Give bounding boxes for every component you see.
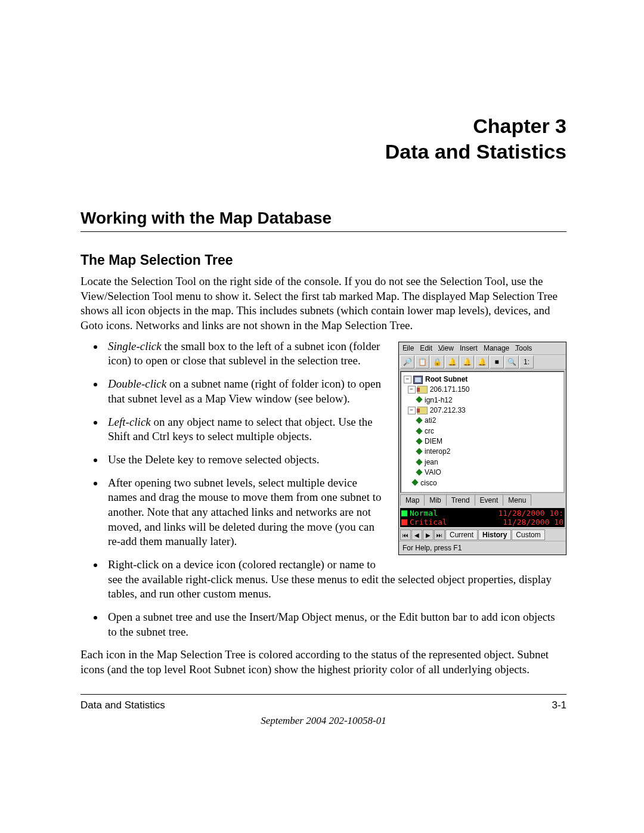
lock-icon[interactable]: 🔒 xyxy=(430,355,444,368)
tree-device[interactable]: cisco xyxy=(404,478,562,488)
list-item-lead: Double-click xyxy=(108,377,166,390)
device-icon xyxy=(416,448,422,455)
history-tab-history[interactable]: History xyxy=(478,529,511,540)
collapse-icon[interactable]: − xyxy=(408,407,416,414)
menu-manage[interactable]: Manage xyxy=(484,344,509,352)
chapter-number: Chapter 3 xyxy=(473,114,566,137)
tree-device[interactable]: ati2 xyxy=(404,416,562,426)
footer-rule xyxy=(80,694,566,695)
bell3-icon[interactable]: 🔔 xyxy=(475,355,489,368)
subsection-heading: The Map Selection Tree xyxy=(80,252,566,268)
history-nav-button[interactable]: ◀ xyxy=(411,529,422,540)
list-item-lead: Left-click xyxy=(108,416,151,428)
list-item: Right-click on a device icon (colored re… xyxy=(104,558,566,602)
tab-trend[interactable]: Trend xyxy=(446,494,475,506)
app-toolbar[interactable]: 🔎📋🔒🔔🔔🔔■🔍1: xyxy=(399,354,566,370)
device-icon xyxy=(416,417,422,423)
tab-menu[interactable]: Menu xyxy=(503,494,531,506)
list-item: Open a subnet tree and use the Insert/Ma… xyxy=(104,610,566,639)
subnet-folder-icon xyxy=(417,386,428,394)
history-nav-button[interactable]: ⏭ xyxy=(434,529,445,540)
device-icon xyxy=(412,479,419,486)
device-icon xyxy=(416,438,422,444)
status-label: Critical xyxy=(410,518,500,527)
selection-tabs[interactable]: MapMibTrendEventMenu xyxy=(400,494,565,506)
chapter-title: Chapter 3 Data and Statistics xyxy=(80,113,566,164)
magnifier-icon[interactable]: 🔍 xyxy=(504,355,519,368)
history-nav-button[interactable]: ⏮ xyxy=(400,529,411,540)
device-icon xyxy=(416,459,422,465)
history-tab-custom[interactable]: Custom xyxy=(512,529,544,540)
status-row-critical: Critical11/28/2000 10 xyxy=(400,518,565,527)
tree-device[interactable]: DIEM xyxy=(404,436,562,447)
intro-paragraph: Locate the Selection Tool on the right s… xyxy=(80,274,566,333)
tree-device[interactable]: ign1-h12 xyxy=(404,395,562,405)
closing-paragraph: Each icon in the Map Selection Tree is c… xyxy=(80,648,566,677)
binoculars-icon[interactable]: 🔎 xyxy=(400,355,414,368)
history-tab-current[interactable]: Current xyxy=(445,529,478,540)
collapse-icon[interactable]: − xyxy=(408,386,416,394)
history-nav[interactable]: ⏮◀▶⏭CurrentHistoryCustom xyxy=(399,528,566,541)
menu-tools[interactable]: Tools xyxy=(515,344,532,352)
one-icon[interactable]: 1: xyxy=(519,355,534,368)
tab-map[interactable]: Map xyxy=(400,494,425,506)
tree-device[interactable]: jean xyxy=(404,457,562,467)
bell-icon[interactable]: 🔔 xyxy=(445,355,459,368)
stop-icon[interactable]: ■ xyxy=(490,355,504,368)
menu-insert[interactable]: Insert xyxy=(460,344,478,352)
footer-right: 3-1 xyxy=(552,699,566,711)
root-subnet-icon xyxy=(413,376,423,384)
selection-tool-screenshot: FileEditViewInsertManageTools 🔎📋🔒🔔🔔🔔■🔍1:… xyxy=(398,342,566,555)
history-nav-button[interactable]: ▶ xyxy=(423,529,434,540)
tree-root[interactable]: −Root Subnet xyxy=(404,374,562,385)
menu-edit[interactable]: Edit xyxy=(420,344,432,352)
map-selection-tree[interactable]: −Root Subnet−206.171.150ign1-h12−207.212… xyxy=(400,371,565,493)
tree-device[interactable]: VAIO xyxy=(404,467,562,478)
device-icon xyxy=(416,428,422,434)
tab-event[interactable]: Event xyxy=(475,494,504,506)
status-bar: For Help, press F1 xyxy=(399,541,566,555)
bell2-icon[interactable]: 🔔 xyxy=(460,355,474,368)
status-row-normal: Normal11/28/2000 10: xyxy=(400,509,565,518)
footer-left: Data and Statistics xyxy=(80,699,165,711)
footer-date: September 2004 202-10058-01 xyxy=(80,715,566,727)
status-panel: Normal11/28/2000 10:Critical11/28/2000 1… xyxy=(400,508,565,527)
section-heading: Working with the Map Database xyxy=(80,209,566,232)
menu-file[interactable]: File xyxy=(402,344,414,352)
status-label: Normal xyxy=(410,509,496,518)
status-date: 11/28/2000 10 xyxy=(503,518,564,527)
list-item-lead: Single-click xyxy=(108,340,162,352)
critical-indicator-icon xyxy=(401,519,407,525)
tree-subnet[interactable]: −206.171.150 xyxy=(404,385,562,395)
device-icon xyxy=(416,469,422,475)
menu-view[interactable]: View xyxy=(438,344,454,352)
subnet-folder-icon xyxy=(417,407,428,414)
collapse-icon[interactable]: − xyxy=(404,376,411,383)
normal-indicator-icon xyxy=(401,510,407,516)
app-menubar[interactable]: FileEditViewInsertManageTools xyxy=(399,342,566,354)
tree-subnet[interactable]: −207.212.33 xyxy=(404,405,562,416)
tab-mib[interactable]: Mib xyxy=(424,494,446,506)
tree-device[interactable]: interop2 xyxy=(404,447,562,457)
status-date: 11/28/2000 10: xyxy=(498,509,564,518)
tree-device[interactable]: crc xyxy=(404,426,562,436)
clipboard-icon[interactable]: 📋 xyxy=(415,355,429,368)
chapter-name: Data and Statistics xyxy=(385,140,566,163)
device-icon xyxy=(416,397,422,403)
